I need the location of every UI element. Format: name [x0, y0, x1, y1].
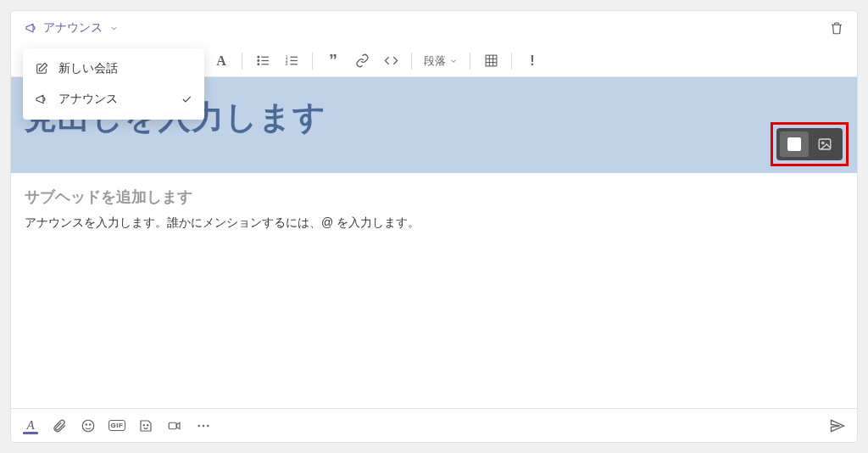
chevron-down-icon [109, 24, 119, 33]
code-icon [384, 53, 398, 68]
banner-color-button[interactable] [780, 131, 809, 157]
image-icon [817, 137, 832, 152]
composer-action-bar: A GIF [11, 408, 857, 442]
svg-point-0 [257, 56, 259, 58]
trash-icon [829, 20, 844, 36]
link-icon [355, 53, 370, 68]
svg-point-26 [203, 424, 204, 426]
color-swatch-icon [787, 137, 801, 151]
numbered-list-icon: 1 2 3 [285, 53, 299, 68]
svg-point-19 [82, 420, 94, 432]
sticker-icon [138, 418, 153, 433]
font-color-button[interactable]: A [213, 51, 230, 71]
table-icon [484, 53, 498, 68]
banner-style-highlight [771, 122, 849, 166]
link-button[interactable] [353, 51, 370, 71]
gif-icon: GIF [108, 420, 126, 431]
svg-point-2 [257, 60, 259, 62]
emoji-icon [81, 418, 96, 433]
svg-rect-24 [169, 422, 176, 429]
important-button[interactable]: ! [524, 51, 541, 71]
message-type-selector[interactable]: アナウンス [19, 17, 124, 39]
svg-point-25 [198, 424, 200, 426]
body-input[interactable]: アナウンスを入力します。誰かにメンションするには、@ を入力します。 [25, 215, 843, 231]
dropdown-item-label: アナウンス [58, 92, 118, 107]
svg-point-23 [147, 424, 148, 425]
paragraph-style-selector[interactable]: 段落 [424, 53, 458, 69]
toolbar-separator [242, 53, 242, 70]
attach-button[interactable] [50, 417, 69, 435]
paragraph-label: 段落 [424, 53, 446, 69]
video-icon [167, 418, 182, 433]
bullet-list-icon [256, 53, 270, 68]
emoji-button[interactable] [79, 417, 97, 435]
toolbar-separator [411, 53, 412, 70]
gif-button[interactable]: GIF [108, 417, 126, 435]
svg-rect-12 [486, 55, 497, 66]
dropdown-item-label: 新しい会話 [58, 61, 118, 76]
numbered-list-button[interactable]: 1 2 3 [283, 51, 300, 71]
delete-button[interactable] [825, 16, 849, 40]
send-icon [829, 417, 846, 434]
svg-point-18 [822, 142, 824, 143]
toolbar-separator [511, 53, 512, 70]
paperclip-icon [52, 418, 67, 433]
svg-point-20 [86, 423, 86, 424]
message-type-dropdown: 新しい会話 アナウンス [23, 48, 204, 120]
megaphone-icon [25, 21, 38, 35]
check-icon [181, 93, 192, 105]
composer-header-row: アナウンス 新しい会話 アナウンス [11, 11, 857, 45]
announcement-composer: アナウンス 新しい会話 アナウンス [10, 10, 858, 443]
message-body-area: サブヘッドを追加します アナウンスを入力します。誰かにメンションするには、@ を… [11, 173, 857, 408]
svg-rect-17 [819, 139, 831, 149]
banner-image-button[interactable] [810, 131, 839, 157]
megaphone-icon [35, 92, 48, 106]
sticker-button[interactable] [136, 417, 155, 435]
code-button[interactable] [382, 51, 399, 71]
more-actions-button[interactable] [194, 417, 213, 435]
chevron-down-icon [449, 57, 458, 65]
bulleted-list-button[interactable] [254, 51, 271, 71]
svg-point-21 [90, 423, 91, 424]
toolbar-separator [312, 53, 313, 70]
dropdown-item-new-conversation[interactable]: 新しい会話 [23, 53, 204, 84]
svg-point-27 [207, 424, 209, 426]
subhead-input[interactable]: サブヘッドを追加します [25, 187, 843, 207]
table-button[interactable] [482, 51, 499, 71]
svg-point-22 [143, 424, 144, 425]
meet-now-button[interactable] [165, 417, 184, 435]
quote-button[interactable]: ” [325, 51, 342, 71]
banner-style-picker [776, 128, 843, 160]
message-type-label: アナウンス [43, 20, 103, 36]
more-icon [196, 418, 211, 433]
svg-point-4 [257, 64, 259, 65]
format-button[interactable]: A [21, 417, 40, 435]
compose-icon [35, 62, 48, 76]
dropdown-item-announcement[interactable]: アナウンス [23, 84, 204, 115]
send-button[interactable] [828, 417, 847, 435]
svg-text:3: 3 [285, 62, 287, 66]
toolbar-separator [470, 53, 470, 70]
